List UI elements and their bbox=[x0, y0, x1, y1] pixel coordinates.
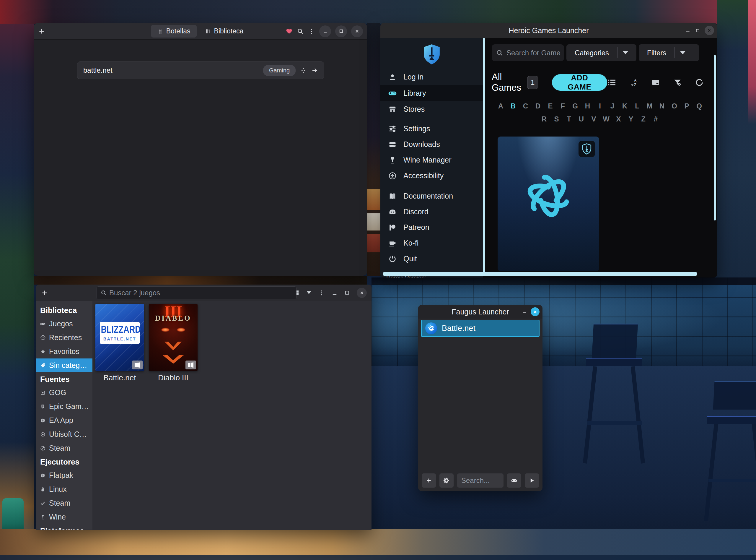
settings-gear-button[interactable] bbox=[439, 474, 454, 487]
letter-filter[interactable]: L bbox=[633, 102, 641, 110]
letter-filter[interactable]: J bbox=[608, 102, 616, 110]
close-button[interactable] bbox=[531, 307, 540, 316]
add-game-button[interactable] bbox=[422, 474, 436, 487]
letter-filter[interactable]: C bbox=[522, 102, 529, 110]
controller-icon-button[interactable] bbox=[507, 474, 521, 487]
sidebar-item-wine-manager[interactable]: Wine Manager bbox=[380, 152, 483, 168]
game-cover-diablo3[interactable]: III DIABLO bbox=[149, 304, 197, 371]
letter-filter[interactable]: # bbox=[652, 115, 660, 123]
close-button[interactable] bbox=[357, 288, 367, 298]
restore-button[interactable] bbox=[695, 28, 700, 33]
letter-filter[interactable]: A bbox=[497, 102, 505, 110]
sidebar-item-accessibility[interactable]: Accessibility bbox=[380, 168, 483, 183]
chevron-down-icon[interactable] bbox=[675, 44, 691, 61]
game-cover-battlenet[interactable]: BLIZZARD BATTLE.NET bbox=[96, 304, 144, 371]
letter-filter[interactable]: K bbox=[621, 102, 629, 110]
lutris-search-input[interactable] bbox=[109, 289, 293, 297]
letter-filter[interactable]: D bbox=[534, 102, 542, 110]
sidebar-item-login[interactable]: Log in bbox=[380, 69, 483, 85]
scrollbar-vertical[interactable] bbox=[483, 38, 485, 275]
scrollbar-horizontal[interactable] bbox=[383, 272, 697, 276]
letter-filter[interactable]: O bbox=[670, 102, 678, 110]
sidebar-item-favorites[interactable]: Favoritos bbox=[36, 344, 92, 358]
open-bottle-arrow-icon[interactable] bbox=[311, 67, 318, 74]
game-item-battlenet[interactable]: BLIZZARD BATTLE.NET Battle.net bbox=[96, 304, 144, 382]
letter-filter[interactable]: F bbox=[559, 102, 567, 110]
tab-library[interactable]: Biblioteca bbox=[199, 25, 250, 38]
maximize-button[interactable] bbox=[344, 290, 350, 295]
sidebar-item-patreon[interactable]: Patreon bbox=[380, 220, 483, 235]
menu-kebab-icon[interactable] bbox=[308, 28, 315, 35]
letter-filter[interactable]: G bbox=[571, 102, 579, 110]
letter-filter[interactable]: E bbox=[546, 102, 554, 110]
letter-filter[interactable]: V bbox=[590, 115, 598, 123]
sidebar-item-ea[interactable]: EA App bbox=[36, 414, 92, 427]
sidebar-item-flatpak[interactable]: Flatpak bbox=[36, 468, 92, 482]
sidebar-item-steam-source[interactable]: Steam bbox=[36, 441, 92, 455]
sidebar-item-games[interactable]: Juegos bbox=[36, 317, 92, 331]
sidebar-item-gog[interactable]: GOG bbox=[36, 386, 92, 400]
sidebar-item-wine[interactable]: Wine bbox=[36, 510, 92, 524]
game-list-item-battlenet[interactable]: Battle.net bbox=[421, 320, 540, 337]
faugus-search-field[interactable] bbox=[457, 474, 504, 487]
search-icon[interactable] bbox=[297, 28, 304, 35]
letter-filter[interactable]: R bbox=[540, 115, 548, 123]
faugus-titlebar[interactable]: Faugus Launcher bbox=[418, 305, 543, 319]
list-view-icon[interactable] bbox=[607, 78, 616, 87]
sidebar-item-linux[interactable]: Linux bbox=[36, 482, 92, 496]
categories-dropdown[interactable]: Categories bbox=[566, 44, 636, 61]
minimize-button[interactable] bbox=[685, 28, 690, 33]
sidebar-item-discord[interactable]: Discord bbox=[380, 204, 483, 220]
game-card-battlenet[interactable] bbox=[498, 137, 599, 271]
refresh-icon[interactable] bbox=[695, 78, 704, 87]
letter-filter[interactable]: I bbox=[596, 102, 604, 110]
sidebar-item-documentation[interactable]: Documentation bbox=[380, 188, 483, 204]
letter-filter[interactable]: Q bbox=[695, 102, 703, 110]
letter-filter[interactable]: M bbox=[646, 102, 653, 110]
letter-filter[interactable]: Y bbox=[627, 115, 635, 123]
chevron-down-icon[interactable] bbox=[617, 44, 633, 61]
letter-filter[interactable]: U bbox=[578, 115, 585, 123]
restore-button[interactable] bbox=[335, 25, 347, 37]
letter-filter[interactable]: P bbox=[683, 102, 691, 110]
faugus-search-input[interactable] bbox=[461, 476, 499, 485]
card-view-icon[interactable] bbox=[651, 78, 660, 87]
sidebar-item-ubisoft[interactable]: Ubisoft C… bbox=[36, 427, 92, 441]
sidebar-item-quit[interactable]: Quit bbox=[380, 251, 483, 266]
scrollbar-vertical-right[interactable] bbox=[714, 55, 716, 220]
favorites-heart-icon[interactable] bbox=[286, 28, 293, 35]
letter-filter[interactable]: N bbox=[658, 102, 666, 110]
menu-kebab-icon[interactable] bbox=[318, 289, 324, 296]
letter-filter[interactable]: Z bbox=[639, 115, 647, 123]
letter-filter[interactable]: H bbox=[584, 102, 591, 110]
sidebar-item-uncategorized[interactable]: Sin categ… bbox=[36, 358, 92, 372]
letter-filter[interactable]: S bbox=[552, 115, 561, 123]
sidebar-item-epic[interactable]: Epic Gam… bbox=[36, 400, 92, 414]
clear-filter-icon[interactable] bbox=[673, 78, 682, 87]
bottle-programs-icon[interactable] bbox=[300, 67, 306, 73]
add-game-button[interactable] bbox=[41, 289, 48, 297]
add-game-button[interactable]: ADD GAME bbox=[552, 74, 607, 91]
play-button[interactable] bbox=[525, 474, 539, 487]
sidebar-item-library[interactable]: Library bbox=[380, 85, 483, 101]
sidebar-item-downloads[interactable]: Downloads bbox=[380, 137, 483, 152]
sidebar-item-settings[interactable]: Settings bbox=[380, 121, 483, 137]
game-search-field[interactable] bbox=[492, 44, 564, 61]
search-input[interactable] bbox=[506, 49, 560, 57]
sidebar-item-steam-runner[interactable]: Steam bbox=[36, 496, 92, 510]
letter-filter-active[interactable]: B bbox=[509, 102, 517, 110]
minimize-button[interactable] bbox=[319, 25, 331, 37]
close-button[interactable] bbox=[351, 25, 363, 37]
letter-filter[interactable]: T bbox=[565, 115, 573, 123]
filters-dropdown[interactable]: Filters bbox=[639, 44, 699, 61]
sidebar-item-recent[interactable]: Recientes bbox=[36, 331, 92, 344]
letter-filter[interactable]: X bbox=[614, 115, 623, 123]
add-bottle-button[interactable] bbox=[38, 27, 45, 35]
tab-bottles[interactable]: Botellas bbox=[151, 25, 197, 38]
minimize-button[interactable] bbox=[332, 290, 338, 296]
sidebar-item-kofi[interactable]: Ko-fi bbox=[380, 235, 483, 251]
lutris-search-field[interactable] bbox=[97, 286, 296, 299]
minimize-button[interactable] bbox=[522, 309, 527, 315]
heroic-titlebar[interactable]: Heroic Games Launcher bbox=[380, 23, 717, 38]
sort-az-icon[interactable]: AZ bbox=[629, 78, 638, 87]
